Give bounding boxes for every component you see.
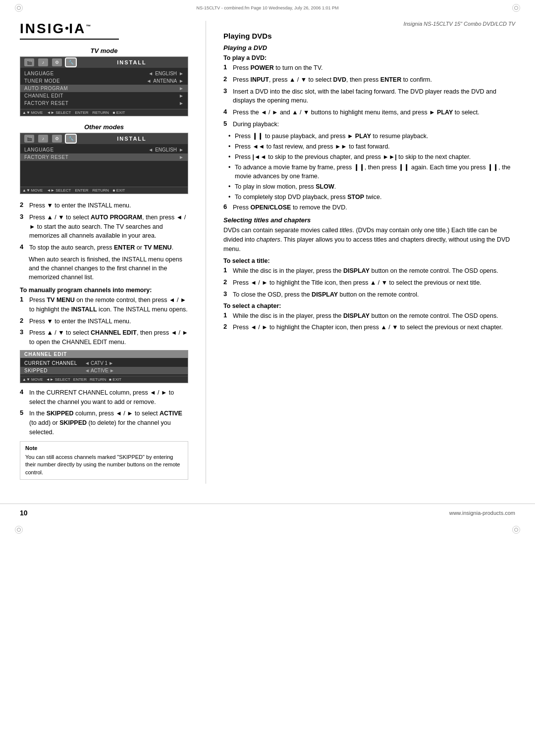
other-menu-row-language: LANGUAGE ◄ ENGLISH ► — [20, 146, 188, 153]
trim-mark-br — [512, 526, 520, 534]
play-step-4: 4 Press the ◄ / ► and ▲ / ▼ buttons to h… — [223, 108, 515, 117]
top-trim: NS-15CLTV - combined.fm Page 10 Wednesda… — [0, 0, 535, 16]
trim-mark-tr — [512, 4, 520, 12]
step-2: 2 Press ▼ to enter the INSTALL menu. — [20, 201, 188, 210]
tv-menu-rows: LANGUAGE ◄ ENGLISH ► TUNER MODE ◄ ANTENN… — [20, 68, 188, 109]
left-column: INSIGIA™ TV mode 🎬 ♪ ⚙ 🔧 INSTALL LANGUAG… — [20, 21, 188, 484]
file-info: NS-15CLTV - combined.fm Page 10 Wednesda… — [196, 5, 338, 10]
selecting-titles-header: Selecting titles and chapters — [223, 216, 515, 224]
logo-dot — [65, 27, 68, 30]
play-step-5: 5 During playback: — [223, 120, 515, 129]
other-menu-row-factory: FACTORY RESET ► — [20, 153, 188, 161]
other-menu-spacer2 — [20, 169, 188, 177]
select-chapter-header: To select a chapter: — [223, 302, 515, 309]
other-mode-menu-box: 🎬 ♪ ⚙ 🔧 INSTALL LANGUAGE ◄ ENGLISH ► FAC… — [20, 133, 188, 194]
icon-wrench-selected: 🔧 — [66, 58, 76, 66]
menu-row-tuner: TUNER MODE ◄ ANTENNA ► — [20, 77, 188, 85]
icon-wrench2-selected: 🔧 — [66, 135, 76, 143]
manual-step-4: 4 In the CURRENT CHANNEL column, press ◄… — [20, 388, 188, 407]
auto-search-note: When auto search is finished, the INSTAL… — [29, 255, 188, 282]
icon-settings2: ⚙ — [52, 135, 62, 143]
play-step-1: 1 Press POWER to turn on the TV. — [223, 63, 515, 73]
right-column: Insignia NS-15CLTV 15" Combo DVD/LCD TV … — [223, 21, 515, 484]
manual-step-3: 3 Press ▲ / ▼ to select CHANNEL EDIT, th… — [20, 328, 188, 347]
play-step-6: 6 Press OPEN/CLOSE to remove the DVD. — [223, 203, 515, 212]
other-menu-footer: ▲▼ MOVE ◄► SELECT ENTER RETURN ■ EXIT — [20, 187, 188, 194]
bullet-skip: • Press |◄◄ to skip to the previous chap… — [228, 152, 515, 161]
playback-bullet-list: • Press ❙❙ to pause playback, and press … — [228, 132, 515, 202]
other-menu-spacer1 — [20, 161, 188, 169]
logo-area: INSIGIA™ — [20, 21, 188, 40]
manual-step-5: 5 In the SKIPPED column, press ◄ / ► to … — [20, 409, 188, 437]
footer-url: www.insignia-products.com — [449, 510, 515, 516]
step-3: 3 Press ▲ / ▼ to select AUTO PROGRAM, th… — [20, 213, 188, 241]
bullet-stop: • To completely stop DVD playback, press… — [228, 193, 515, 202]
trim-mark-bl — [15, 526, 23, 534]
playing-dvds-title: Playing DVDs — [223, 32, 515, 40]
channel-edit-footer: ▲▼ MOVE ◄► SELECT ENTER RETURN ■ EXIT — [20, 376, 188, 383]
menu-row-factory-reset: FACTORY RESET ► — [20, 100, 188, 107]
channel-edit-rows: CURRENT CHANNEL ◄ CATV 1 ► SKIPPED ◄ ACT… — [20, 358, 188, 376]
icon-music: ♪ — [38, 58, 48, 66]
chapter-step-1: 1 While the disc is in the player, press… — [223, 311, 515, 321]
selecting-titles-text: DVDs can contain separate movies called … — [223, 226, 515, 253]
icon-film2: 🎬 — [24, 135, 34, 143]
tv-menu-footer: ▲▼ MOVE ◄► SELECT ENTER RETURN ■ EXIT — [20, 109, 188, 116]
title-step-2: 2 Press ◄ / ► to highlight the Title ico… — [223, 278, 515, 288]
content-area: INSIGIA™ TV mode 🎬 ♪ ⚙ 🔧 INSTALL LANGUAG… — [0, 16, 535, 494]
bullet-fast-review: • Press ◄◄ to fast review, and press ►► … — [228, 142, 515, 151]
icon-music2: ♪ — [38, 135, 48, 143]
bullet-pause: • Press ❙❙ to pause playback, and press … — [228, 132, 515, 141]
play-step-3: 3 Insert a DVD into the disc slot, with … — [223, 87, 515, 106]
icon-settings: ⚙ — [52, 58, 62, 66]
menu-row-channel-edit: CHANNEL EDIT ► — [20, 92, 188, 100]
bullet-frame-advance: • To advance a movie frame by frame, pre… — [228, 163, 515, 181]
channel-edit-header: CHANNEL EDIT — [20, 351, 188, 358]
tv-mode-menu-box: 🎬 ♪ ⚙ 🔧 INSTALL LANGUAGE ◄ ENGLISH ► TUN… — [20, 56, 188, 116]
other-menu-spacer3 — [20, 177, 188, 185]
note-title: Note — [25, 445, 183, 452]
page-container: NS-15CLTV - combined.fm Page 10 Wednesda… — [0, 0, 535, 756]
tv-menu-title: INSTALL — [80, 59, 184, 65]
channel-edit-row-skipped: SKIPPED ◄ ACTIVE ► — [20, 367, 188, 374]
channel-edit-row-current: CURRENT CHANNEL ◄ CATV 1 ► — [20, 359, 188, 367]
manual-step-1: 1 Press TV MENU on the remote control, t… — [20, 296, 188, 314]
play-step-2: 2 Press INPUT, press ▲ / ▼ to select DVD… — [223, 75, 515, 85]
note-box: Note You can still access channels marke… — [20, 441, 188, 480]
other-menu-title: INSTALL — [80, 136, 184, 142]
trim-mark-tl — [15, 4, 23, 12]
tv-mode-menu-header: 🎬 ♪ ⚙ 🔧 INSTALL — [20, 57, 188, 68]
menu-row-auto-program: AUTO PROGRAM ► — [20, 85, 188, 92]
title-step-1: 1 While the disc is in the player, press… — [223, 266, 515, 276]
manual-step-2: 2 Press ▼ to enter the INSTALL menu. — [20, 317, 188, 326]
menu-row-language: LANGUAGE ◄ ENGLISH ► — [20, 70, 188, 77]
manual-program-header: To manually program channels into memory… — [20, 287, 188, 294]
other-menu-rows: LANGUAGE ◄ ENGLISH ► FACTORY RESET ► — [20, 144, 188, 187]
step-4: 4 To stop the auto search, press ENTER o… — [20, 243, 188, 252]
channel-edit-box: CHANNEL EDIT CURRENT CHANNEL ◄ CATV 1 ► … — [20, 350, 188, 383]
select-title-header: To select a title: — [223, 257, 515, 264]
column-divider — [206, 21, 206, 484]
playing-a-dvd-subtitle: Playing a DVD — [223, 44, 515, 51]
icon-film: 🎬 — [24, 58, 34, 66]
page-footer: 10 www.insignia-products.com — [0, 504, 535, 522]
tv-mode-label: TV mode — [20, 47, 188, 54]
other-modes-label: Other modes — [20, 123, 188, 131]
title-step-3: 3 To close the OSD, press the DISPLAY bu… — [223, 290, 515, 300]
logo-underline — [20, 39, 119, 40]
to-play-a-dvd-header: To play a DVD: — [223, 54, 515, 61]
other-mode-menu-header: 🎬 ♪ ⚙ 🔧 INSTALL — [20, 133, 188, 144]
chapter-step-2: 2 Press ◄ / ► to highlight the Chapter i… — [223, 323, 515, 332]
page-header-right: Insignia NS-15CLTV 15" Combo DVD/LCD TV — [223, 21, 515, 27]
note-text: You can still access channels marked "SK… — [25, 454, 183, 476]
page-number: 10 — [20, 509, 28, 517]
logo-text: INSIGIA™ — [20, 21, 188, 37]
bullet-slow-motion: • To play in slow motion, press SLOW. — [228, 182, 515, 191]
bottom-trim — [0, 522, 535, 538]
